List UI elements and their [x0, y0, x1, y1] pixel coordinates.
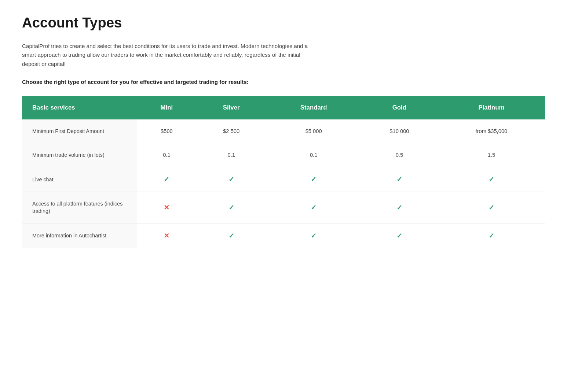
header-mini: Mini [137, 96, 196, 119]
row-4-silver: ✓ [196, 223, 266, 248]
row-1-mini: 0.1 [137, 143, 196, 167]
header-platinum: Platinum [438, 96, 545, 119]
row-0-feature: Minimum First Deposit Amount [22, 119, 137, 143]
choose-text: Choose the right type of account for you… [22, 79, 545, 85]
check-icon: ✓ [228, 175, 234, 183]
table-row: Minimum First Deposit Amount$500$2 500$5… [22, 119, 545, 143]
row-2-feature: Live chat [22, 167, 137, 192]
row-4-mini: ✕ [137, 223, 196, 248]
check-icon: ✓ [228, 204, 234, 211]
check-icon: ✓ [311, 204, 317, 211]
check-icon: ✓ [396, 204, 402, 211]
intro-text: CapitalProf tries to create and select t… [22, 42, 308, 69]
cross-icon: ✕ [164, 232, 169, 240]
table-row: Minimum trade volume (in lots)0.10.10.10… [22, 143, 545, 167]
row-0-gold: $10 000 [361, 119, 438, 143]
row-1-platinum: 1.5 [438, 143, 545, 167]
check-icon: ✓ [311, 232, 317, 240]
row-4-standard: ✓ [266, 223, 361, 248]
header-silver: Silver [196, 96, 266, 119]
cross-icon: ✕ [164, 204, 169, 211]
row-3-silver: ✓ [196, 192, 266, 223]
row-3-platinum: ✓ [438, 192, 545, 223]
comparison-table: Basic services Mini Silver Standard Gold… [22, 96, 545, 248]
row-2-silver: ✓ [196, 167, 266, 192]
row-1-silver: 0.1 [196, 143, 266, 167]
row-3-mini: ✕ [137, 192, 196, 223]
row-0-mini: $500 [137, 119, 196, 143]
row-2-mini: ✓ [137, 167, 196, 192]
row-0-standard: $5 000 [266, 119, 361, 143]
header-gold: Gold [361, 96, 438, 119]
row-2-gold: ✓ [361, 167, 438, 192]
table-row: Access to all platform features (indices… [22, 192, 545, 223]
row-3-feature: Access to all platform features (indices… [22, 192, 137, 223]
check-icon: ✓ [311, 175, 317, 183]
row-0-silver: $2 500 [196, 119, 266, 143]
check-icon: ✓ [489, 204, 494, 211]
check-icon: ✓ [489, 175, 494, 183]
row-3-gold: ✓ [361, 192, 438, 223]
row-4-platinum: ✓ [438, 223, 545, 248]
row-3-standard: ✓ [266, 192, 361, 223]
check-icon: ✓ [396, 232, 402, 240]
page-title: Account Types [22, 15, 545, 31]
row-2-platinum: ✓ [438, 167, 545, 192]
check-icon: ✓ [228, 232, 234, 240]
row-4-feature: More information in Autochartist [22, 223, 137, 248]
table-row: More information in Autochartist✕✓✓✓✓ [22, 223, 545, 248]
row-0-platinum: from $35,000 [438, 119, 545, 143]
check-icon: ✓ [164, 175, 169, 183]
header-basic-services: Basic services [22, 96, 137, 119]
row-4-gold: ✓ [361, 223, 438, 248]
row-1-standard: 0.1 [266, 143, 361, 167]
check-icon: ✓ [396, 175, 402, 183]
row-2-standard: ✓ [266, 167, 361, 192]
table-row: Live chat✓✓✓✓✓ [22, 167, 545, 192]
check-icon: ✓ [489, 232, 494, 240]
header-standard: Standard [266, 96, 361, 119]
table-header-row: Basic services Mini Silver Standard Gold… [22, 96, 545, 119]
row-1-feature: Minimum trade volume (in lots) [22, 143, 137, 167]
row-1-gold: 0.5 [361, 143, 438, 167]
